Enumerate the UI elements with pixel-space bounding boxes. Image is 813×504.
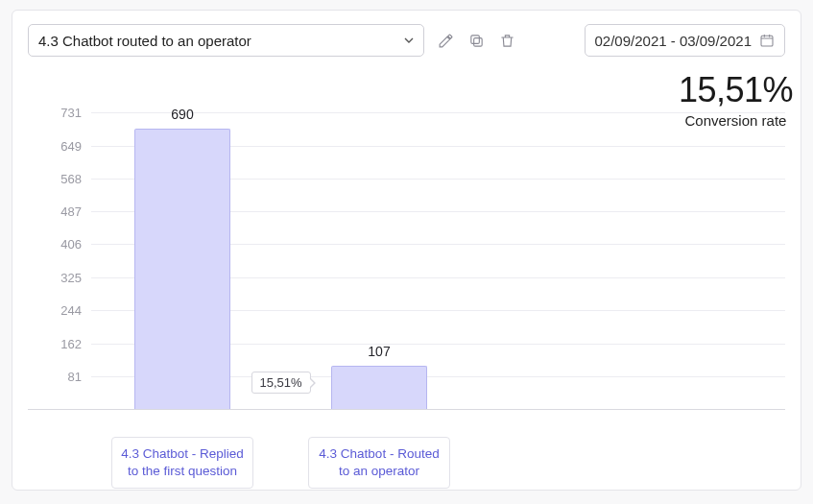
pencil-icon (438, 33, 454, 49)
trash-icon (499, 33, 515, 49)
grid-line (91, 112, 785, 113)
report-select[interactable]: 4.3 Chatbot routed to an operator (28, 24, 424, 57)
svg-rect-2 (761, 36, 773, 46)
toolbar: 4.3 Chatbot routed to an operator 02/09/… (28, 24, 785, 57)
bar-value-label: 107 (368, 344, 390, 359)
x-axis-category-label: 4.3 Chatbot - Routed to an operator (308, 437, 450, 489)
bar: 107 (331, 366, 427, 409)
date-range-picker[interactable]: 02/09/2021 - 03/09/2021 (585, 24, 785, 57)
svg-rect-0 (473, 37, 482, 46)
svg-rect-1 (470, 35, 479, 43)
y-tick-label: 731 (36, 106, 82, 120)
y-tick-label: 649 (36, 138, 82, 153)
report-card: 4.3 Chatbot routed to an operator 02/09/… (12, 10, 801, 491)
y-tick-label: 487 (36, 204, 82, 219)
copy-icon (468, 33, 485, 49)
delete-button[interactable] (497, 31, 516, 50)
y-tick-label: 81 (36, 369, 82, 383)
conversion-tag: 15,51% (251, 372, 310, 394)
plot-area: 8116224432540648756864973169010715,51% (91, 112, 785, 409)
y-tick-label: 406 (36, 237, 82, 252)
date-range-value: 02/09/2021 - 03/09/2021 (595, 33, 752, 49)
y-tick-label: 244 (36, 302, 82, 317)
x-axis-category-label: 4.3 Chatbot - Replied to the first quest… (111, 437, 253, 489)
x-axis-baseline (28, 409, 785, 410)
report-select-value: 4.3 Chatbot routed to an operator (38, 33, 251, 49)
y-tick-label: 325 (36, 270, 82, 284)
funnel-chart: 8116224432540648756864973169010715,51% 4… (28, 70, 785, 476)
y-tick-label: 568 (36, 171, 82, 185)
bar: 690 (134, 129, 230, 409)
bar-value-label: 690 (171, 107, 193, 122)
edit-button[interactable] (436, 31, 455, 50)
y-tick-label: 162 (36, 336, 82, 350)
calendar-icon (759, 33, 775, 48)
chevron-down-icon (404, 37, 414, 43)
copy-button[interactable] (466, 31, 486, 50)
